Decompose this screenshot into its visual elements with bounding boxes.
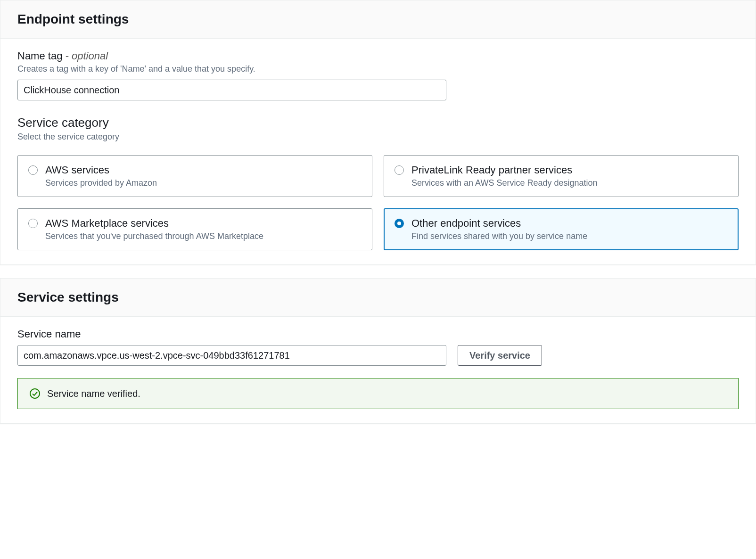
endpoint-settings-header: Endpoint settings xyxy=(0,0,756,39)
tile-content: AWS services Services provided by Amazon xyxy=(45,164,157,188)
tile-title: AWS Marketplace services xyxy=(45,217,263,230)
tile-content: AWS Marketplace services Services that y… xyxy=(45,217,263,241)
endpoint-settings-title: Endpoint settings xyxy=(17,12,739,27)
tile-title: Other endpoint services xyxy=(411,217,587,230)
radio-icon xyxy=(28,219,38,228)
tile-desc: Services that you've purchased through A… xyxy=(45,231,263,241)
radio-icon xyxy=(394,219,404,228)
radio-icon xyxy=(394,165,404,175)
tile-aws-marketplace[interactable]: AWS Marketplace services Services that y… xyxy=(17,208,372,250)
name-tag-description: Creates a tag with a key of 'Name' and a… xyxy=(17,64,739,74)
service-name-input[interactable] xyxy=(17,345,446,366)
service-category-description: Select the service category xyxy=(17,132,739,142)
service-name-field: Service name xyxy=(17,328,446,366)
name-tag-label: Name tag xyxy=(17,50,62,62)
service-settings-panel: Service settings Service name Verify ser… xyxy=(0,278,756,424)
name-tag-optional: - optional xyxy=(66,50,108,62)
tile-privatelink-partner[interactable]: PrivateLink Ready partner services Servi… xyxy=(384,155,739,197)
check-circle-icon xyxy=(29,388,41,399)
verify-service-button[interactable]: Verify service xyxy=(458,345,542,366)
tile-desc: Services provided by Amazon xyxy=(45,178,157,188)
name-tag-label-row: Name tag - optional xyxy=(17,50,739,62)
svg-point-0 xyxy=(30,389,40,398)
alert-success: Service name verified. xyxy=(17,378,739,409)
tile-title: PrivateLink Ready partner services xyxy=(411,164,598,176)
service-settings-title: Service settings xyxy=(17,290,739,305)
tile-title: AWS services xyxy=(45,164,157,176)
service-category-heading: Service category xyxy=(17,115,739,130)
tile-content: PrivateLink Ready partner services Servi… xyxy=(411,164,598,188)
service-settings-body: Service name Verify service Service name… xyxy=(0,317,756,423)
alert-text: Service name verified. xyxy=(47,388,140,399)
tile-content: Other endpoint services Find services sh… xyxy=(411,217,587,241)
tile-desc: Find services shared with you by service… xyxy=(411,231,587,241)
tile-desc: Services with an AWS Service Ready desig… xyxy=(411,178,598,188)
name-tag-input[interactable] xyxy=(17,80,446,100)
service-name-label: Service name xyxy=(17,328,446,340)
endpoint-settings-panel: Endpoint settings Name tag - optional Cr… xyxy=(0,0,756,265)
service-settings-header: Service settings xyxy=(0,279,756,317)
endpoint-settings-body: Name tag - optional Creates a tag with a… xyxy=(0,39,756,264)
tile-other-endpoint[interactable]: Other endpoint services Find services sh… xyxy=(384,208,739,250)
service-name-row: Service name Verify service xyxy=(17,328,739,366)
name-tag-field: Name tag - optional Creates a tag with a… xyxy=(17,50,739,100)
tile-aws-services[interactable]: AWS services Services provided by Amazon xyxy=(17,155,372,197)
radio-icon xyxy=(28,165,38,175)
service-category-tiles: AWS services Services provided by Amazon… xyxy=(17,155,739,250)
